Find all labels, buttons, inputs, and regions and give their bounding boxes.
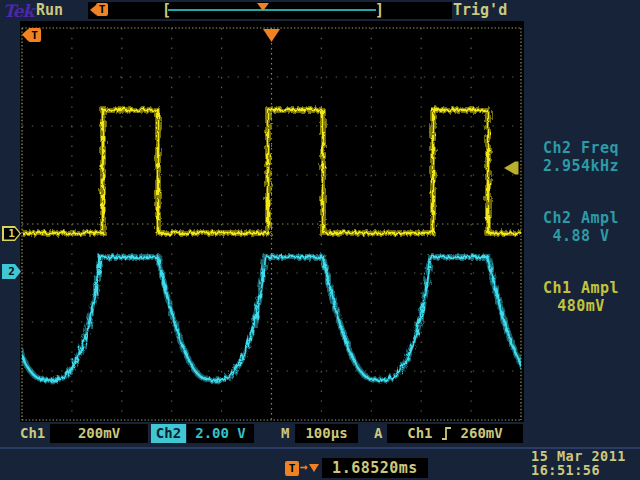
trigger-level-arrow-icon xyxy=(504,162,519,175)
record-window-line xyxy=(168,9,376,11)
delay-time-readout: 1.68520ms xyxy=(322,458,428,478)
measurement-value: 2.954kHz xyxy=(522,157,640,175)
record-view-bar: T [ ] xyxy=(88,2,452,19)
trigger-status: Trig'd xyxy=(453,1,507,19)
ch2-label-selected: Ch2 xyxy=(151,424,186,443)
trigger-level-value: 260mV xyxy=(461,424,503,443)
record-bracket-right: ] xyxy=(375,2,384,19)
waveform-screen: T xyxy=(20,21,524,422)
measurement-label: Ch1 Ampl xyxy=(522,279,640,297)
ch1-ground-marker: 1 xyxy=(2,226,21,241)
measurement-label: Ch2 Ampl xyxy=(522,209,640,227)
bottom-info-row: T → 1.68520ms 15 Mar 2011 16:51:56 xyxy=(0,449,640,480)
tek-logo: Tek xyxy=(3,1,33,21)
trigger-t-label: T xyxy=(31,29,38,42)
rising-edge-icon xyxy=(442,427,452,440)
trigger-mode-label: A xyxy=(374,424,382,443)
graticule-grid xyxy=(22,28,521,420)
top-status-bar: Tek Run T [ ] Trig'd xyxy=(0,0,640,21)
bottom-status-bar: Ch1 200mV Ch2 2.00 V M 100µs A Ch1 260mV xyxy=(0,422,640,449)
date-value: 15 Mar 2011 xyxy=(531,449,626,463)
oscilloscope-display: Tek Run T [ ] Trig'd xyxy=(0,0,640,480)
waveform-traces xyxy=(20,110,524,381)
measurement-value: 480mV xyxy=(522,297,640,315)
measurement-value: 4.88 V xyxy=(522,227,640,245)
graticule-svg: T xyxy=(20,21,524,422)
acquisition-state: Run xyxy=(36,1,63,19)
down-triangle-icon xyxy=(309,464,319,472)
time-value: 16:51:56 xyxy=(531,463,626,477)
measurement-ch1-ampl: Ch1 Ampl 480mV xyxy=(522,279,640,315)
right-arrow-icon: → xyxy=(300,459,308,474)
record-trigger-marker-icon xyxy=(257,3,269,11)
trigger-offscreen-indicator: T xyxy=(22,28,41,42)
left-arrow-icon xyxy=(22,29,28,41)
delay-trigger-icon: T xyxy=(285,461,299,476)
measurement-ch2-freq: Ch2 Freq 2.954kHz xyxy=(522,139,640,175)
trigger-readout: Ch1 260mV xyxy=(387,424,523,443)
timebase-readout: 100µs xyxy=(295,424,358,443)
measurement-ch2-ampl: Ch2 Ampl 4.88 V xyxy=(522,209,640,245)
main-timebase-label: M xyxy=(281,424,289,443)
ch1-scale-readout: 200mV xyxy=(50,424,148,443)
ch2-scale-readout: 2.00 V xyxy=(187,424,254,443)
trigger-source: Ch1 xyxy=(407,424,432,443)
datetime-readout: 15 Mar 2011 16:51:56 xyxy=(531,449,626,477)
expansion-point-marker-icon xyxy=(263,29,280,42)
trigger-position-icon: T xyxy=(90,3,108,16)
measurement-label: Ch2 Freq xyxy=(522,139,640,157)
ch1-label: Ch1 xyxy=(20,424,45,443)
ch2-ground-marker: 2 xyxy=(2,264,21,279)
